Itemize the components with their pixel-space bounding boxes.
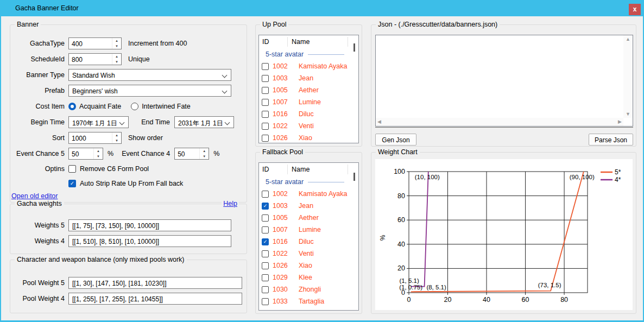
row-checkbox[interactable] [262, 63, 269, 70]
row-checkbox[interactable]: ✓ [262, 238, 269, 245]
list-item[interactable]: 1030Zhongli [259, 283, 358, 295]
list-item[interactable]: ✓1003Jean [259, 200, 358, 212]
chevron-down-icon [222, 72, 228, 78]
horizontal-scrollbar[interactable]: ◀ ▶ [376, 118, 623, 126]
title-bar[interactable]: Gacha Banner Editor x [0, 0, 644, 16]
up-pool-list[interactable]: ID Name 5-star avatar 1002Kamisato Ayaka… [258, 35, 359, 143]
spin-up-icon[interactable]: ▲ [94, 148, 103, 154]
row-checkbox[interactable] [262, 99, 269, 106]
list-item[interactable]: 1007Lumine [259, 96, 358, 108]
row-checkbox[interactable]: ✓ [262, 310, 269, 311]
list-item[interactable]: 1026Xiao [259, 260, 358, 272]
list-item[interactable]: 1026Xiao [259, 132, 358, 143]
json-textarea[interactable] [376, 35, 623, 118]
svg-text:60: 60 [522, 296, 529, 304]
list-item[interactable]: 1003Jean [259, 72, 358, 84]
end-time-picker[interactable]: 2031年 1月 1日 [174, 116, 234, 128]
end-time-value: 2031年 1月 1日 [178, 119, 223, 127]
intertwined-fate-radio[interactable] [131, 103, 138, 110]
vertical-scrollbar[interactable]: ▲ ▼ [623, 35, 633, 118]
fallback-pool-list[interactable]: ID Name 5-star avatar 1002Kamisato Ayaka… [258, 162, 359, 311]
gachatype-input[interactable]: 400 ▲▼ [68, 37, 122, 49]
auto-strip-checkbox[interactable]: ✓ [68, 180, 76, 187]
spin-down-icon[interactable]: ▼ [94, 154, 103, 159]
parse-json-button[interactable]: Parse Json [589, 134, 633, 146]
spin-down-icon[interactable]: ▼ [200, 154, 209, 159]
row-checkbox[interactable] [262, 75, 269, 82]
row-checkbox[interactable] [262, 135, 269, 142]
json-group-title: Json - (./Gresscutter/data/banners.json) [376, 21, 500, 28]
begin-time-picker[interactable]: 1970年 1月 1日 [68, 116, 129, 128]
cost-item-row: Cost Item Acquaint Fate Intertwined Fate [10, 98, 247, 114]
spin-down-icon[interactable]: ▼ [112, 138, 121, 143]
sort-input[interactable]: 1000 ▲▼ [68, 132, 122, 144]
list-item[interactable]: 1022Venti [259, 120, 358, 132]
list-item[interactable]: 1022Venti [259, 248, 358, 260]
scroll-down-icon[interactable]: ▼ [623, 111, 633, 117]
row-checkbox[interactable] [262, 262, 269, 269]
remove-c6-checkbox[interactable] [68, 165, 76, 173]
close-button[interactable]: x [629, 4, 641, 15]
event-chance-5-input[interactable]: 50 ▲▼ [68, 148, 103, 160]
scheduleid-row: ScheduleId 800 ▲▼ Unique [10, 51, 247, 67]
acquaint-fate-radio[interactable] [68, 103, 76, 110]
item-name: Venti [299, 250, 314, 257]
row-checkbox[interactable] [262, 111, 269, 118]
row-checkbox[interactable] [262, 123, 269, 130]
row-checkbox[interactable] [262, 286, 269, 293]
pool-weight-5-input[interactable]: [[1, 30], [147, 150], [181, 10230]] [68, 277, 242, 289]
list-item[interactable]: 1005Aether [259, 212, 358, 224]
chevron-down-icon [222, 88, 228, 93]
scrollbar-thumb[interactable] [353, 43, 355, 52]
row-checkbox[interactable] [262, 274, 269, 281]
spin-up-icon[interactable]: ▲ [200, 148, 209, 154]
spin-down-icon[interactable]: ▼ [112, 43, 121, 49]
item-id: 1016 [273, 110, 292, 118]
row-checkbox[interactable] [262, 214, 269, 222]
list-item[interactable]: 1033Tartaglia [259, 295, 358, 307]
row-checkbox[interactable] [262, 250, 269, 257]
row-checkbox[interactable]: ✓ [262, 203, 269, 210]
row-checkbox[interactable] [262, 87, 269, 94]
banner-type-select[interactable]: Standard Wish [68, 69, 231, 81]
scroll-up-icon[interactable]: ▲ [623, 36, 633, 42]
help-link[interactable]: Help [222, 200, 239, 207]
spin-up-icon[interactable]: ▲ [112, 54, 121, 59]
weights-5-input[interactable]: [[1, 75], [73, 150], [90, 10000]] [68, 219, 231, 231]
banner-group: Banner GachaType 400 ▲▼ Increment from 4… [10, 24, 247, 203]
banner-type-row: Banner Type Standard Wish [10, 67, 247, 83]
sort-label: Sort [10, 134, 65, 142]
row-checkbox[interactable] [262, 226, 269, 233]
scrollbar-thumb[interactable] [353, 173, 355, 181]
row-checkbox[interactable] [262, 298, 269, 305]
list-item[interactable]: ✓1016Diluc [259, 236, 358, 248]
list-item[interactable]: 1029Klee [259, 272, 358, 283]
list-item[interactable]: 1002Kamisato Ayaka [259, 60, 358, 72]
list-item[interactable]: 1016Diluc [259, 108, 358, 120]
weights-4-input[interactable]: [[1, 510], [8, 510], [10, 10000]] [68, 235, 231, 247]
gen-json-button[interactable]: Gen Json [375, 134, 416, 146]
list-item[interactable]: 1002Kamisato Ayaka [259, 188, 358, 200]
prefab-select[interactable]: Beginners' wish [68, 85, 231, 97]
spin-up-icon[interactable]: ▲ [112, 132, 121, 138]
item-name: Xiao [299, 134, 312, 142]
scheduleid-input[interactable]: 800 ▲▼ [68, 53, 122, 65]
scheduleid-label: ScheduleId [10, 55, 65, 63]
open-old-editor-link[interactable]: Open old editor [11, 192, 58, 200]
list-item[interactable]: 1007Lumine [259, 224, 358, 236]
svg-text:80: 80 [560, 296, 568, 304]
row-checkbox[interactable] [262, 191, 269, 198]
spin-down-icon[interactable]: ▼ [112, 59, 121, 65]
weight-chart-svg: 020406080020406080100(10, 100)(90, 100)(… [375, 159, 634, 311]
auto-strip-label: Auto Strip Rate Up From Fall back [80, 180, 183, 187]
scroll-right-icon[interactable]: ▶ [618, 119, 622, 124]
item-id: 1029 [273, 274, 292, 281]
spin-up-icon[interactable]: ▲ [112, 38, 121, 43]
weights-4-row: Weights 4 [[1, 510], [8, 510], [10, 1000… [10, 233, 247, 249]
list-item[interactable]: ✓1035Qiqi [259, 307, 358, 311]
list-item[interactable]: 1005Aether [259, 84, 358, 96]
scroll-left-icon[interactable]: ◀ [377, 119, 381, 124]
gachatype-note: Increment from 400 [128, 40, 187, 47]
event-chance-4-input[interactable]: 50 ▲▼ [174, 148, 209, 160]
pool-weight-4-input[interactable]: [[1, 255], [17, 255], [21, 10455]] [68, 293, 242, 305]
